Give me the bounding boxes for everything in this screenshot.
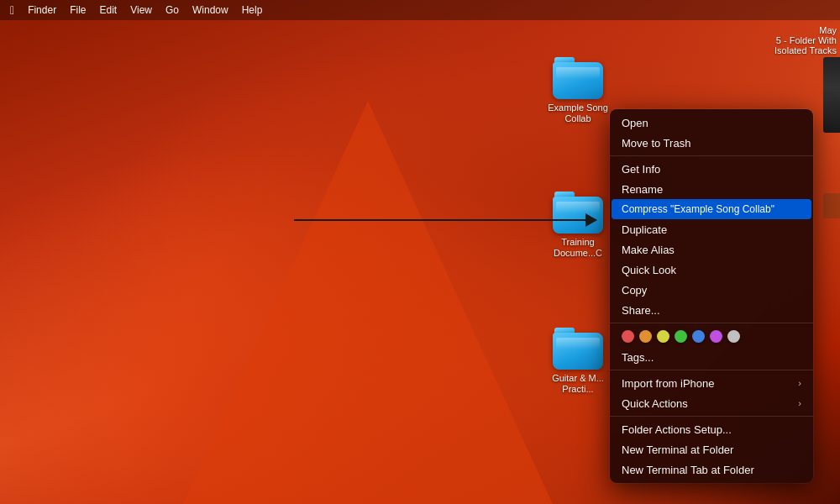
menu-item-share-label: Share...: [622, 304, 660, 317]
folder-name-1: 5 - Folder With: [774, 35, 837, 45]
color-dot-orange[interactable]: [639, 330, 652, 343]
menu-item-new-terminal-tab-label: New Terminal Tab at Folder: [622, 464, 754, 476]
folder-name-2: Isolated Tracks: [774, 45, 837, 55]
view-menu[interactable]: View: [130, 4, 152, 16]
menu-item-make-alias[interactable]: Make Alias: [610, 239, 813, 260]
menu-item-rename[interactable]: Rename: [610, 179, 813, 199]
menu-item-new-terminal-label: New Terminal at Folder: [622, 444, 733, 456]
color-tags-row: [610, 326, 813, 347]
edit-menu[interactable]: Edit: [99, 4, 117, 16]
menu-item-rename-label: Rename: [622, 183, 663, 196]
apple-menu-icon[interactable]: : [10, 3, 14, 17]
right-thumbnail-2: [823, 193, 840, 218]
menu-item-folder-actions[interactable]: Folder Actions Setup...: [610, 419, 813, 439]
menu-item-share[interactable]: Share...: [610, 300, 813, 320]
menu-item-trash-label: Move to Trash: [622, 137, 690, 150]
menu-item-move-to-trash[interactable]: Move to Trash: [610, 133, 813, 153]
folder-icon-guitar-practice[interactable]: Guitar & M...Practi...: [544, 328, 612, 395]
background-triangle: [183, 101, 553, 504]
menu-item-copy-label: Copy: [622, 284, 647, 297]
arrow: [294, 219, 596, 221]
window-menu[interactable]: Window: [192, 4, 228, 16]
menu-item-new-terminal[interactable]: New Terminal at Folder: [610, 439, 813, 459]
menu-item-get-info-label: Get Info: [622, 163, 660, 176]
menu-item-copy[interactable]: Copy: [610, 280, 813, 300]
menu-item-make-alias-label: Make Alias: [622, 244, 675, 256]
top-right-info: May 5 - Folder With Isolated Tracks: [774, 25, 837, 55]
menu-item-compress-label: Compress "Example Song Collab": [622, 203, 774, 215]
folder-icon-example-collab[interactable]: Example SongCollab: [544, 57, 612, 124]
menu-item-quick-look[interactable]: Quick Look: [610, 260, 813, 280]
menu-separator-2: [610, 323, 813, 323]
go-menu[interactable]: Go: [165, 4, 179, 16]
menu-item-quick-actions[interactable]: Quick Actions ›: [610, 393, 813, 413]
menu-item-duplicate[interactable]: Duplicate: [610, 219, 813, 239]
menu-item-import-iphone-label: Import from iPhone: [622, 377, 715, 390]
finder-menu[interactable]: Finder: [28, 4, 56, 16]
month-label: May: [774, 25, 837, 35]
quick-actions-chevron-icon: ›: [798, 398, 801, 408]
desktop:  Finder File Edit View Go Window Help M…: [0, 0, 840, 504]
menu-separator-4: [610, 416, 813, 417]
file-menu[interactable]: File: [70, 4, 86, 16]
menu-item-quick-look-label: Quick Look: [622, 264, 676, 276]
menu-separator-3: [610, 370, 813, 370]
menu-separator-1: [610, 155, 813, 156]
folder-label-guitar-practice: Guitar & M...Practi...: [552, 373, 604, 395]
folder-label-training-docs: TrainingDocume...C: [554, 237, 602, 259]
menu-item-compress[interactable]: Compress "Example Song Collab": [612, 199, 811, 219]
folder-label-example-collab: Example SongCollab: [548, 102, 608, 124]
menu-item-duplicate-label: Duplicate: [622, 223, 667, 236]
menu-item-folder-actions-label: Folder Actions Setup...: [622, 423, 732, 436]
color-dot-gray[interactable]: [727, 330, 740, 343]
color-dot-purple[interactable]: [710, 330, 722, 343]
folder-icon-training-docs[interactable]: TrainingDocume...C: [544, 192, 612, 259]
menu-item-quick-actions-label: Quick Actions: [622, 397, 688, 410]
color-dot-red[interactable]: [622, 330, 634, 343]
help-menu[interactable]: Help: [242, 4, 263, 16]
color-dot-green[interactable]: [675, 330, 687, 343]
menu-item-tags-label: Tags...: [622, 351, 654, 364]
menu-item-get-info[interactable]: Get Info: [610, 159, 813, 179]
menu-item-import-iphone[interactable]: Import from iPhone ›: [610, 373, 813, 393]
menubar-items: Finder File Edit View Go Window Help: [28, 4, 262, 16]
context-menu: Open Move to Trash Get Info Rename Compr…: [610, 109, 813, 483]
menu-item-open[interactable]: Open: [610, 113, 813, 133]
right-thumbnail-1: [823, 57, 840, 133]
color-dot-blue[interactable]: [692, 330, 705, 343]
import-iphone-chevron-icon: ›: [798, 378, 801, 388]
menu-item-new-terminal-tab[interactable]: New Terminal Tab at Folder: [610, 459, 813, 480]
color-dot-yellow[interactable]: [657, 330, 669, 343]
menubar:  Finder File Edit View Go Window Help: [0, 0, 840, 20]
menu-item-open-label: Open: [622, 117, 648, 129]
menu-item-tags[interactable]: Tags...: [610, 347, 813, 367]
